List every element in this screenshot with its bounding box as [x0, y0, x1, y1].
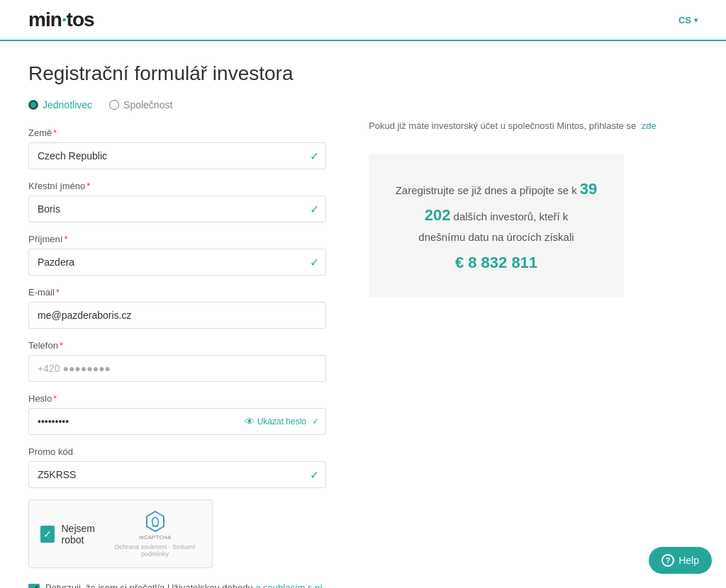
firstname-input-wrap: ✓: [28, 196, 326, 222]
recaptcha-brand: reCAPTCHA: [139, 534, 171, 541]
promo-check-icon: ✓: [310, 468, 319, 482]
captcha-left: ✓ Nejsem robot: [40, 523, 109, 545]
promo-input-wrap: ✓: [28, 461, 326, 488]
help-label: Help: [678, 555, 699, 566]
captcha-check-icon: ✓: [40, 526, 55, 543]
password-check-icon: ✓: [312, 417, 319, 426]
captcha-label: Nejsem robot: [62, 523, 110, 545]
phone-input-wrap: [28, 355, 326, 382]
terms-checkbox[interactable]: [28, 584, 40, 588]
login-link[interactable]: zde: [642, 120, 657, 131]
show-password-label: Ukázat heslo: [257, 417, 306, 426]
promo-line2: dalších investorů, kteří k: [454, 210, 569, 222]
promo-box: Zaregistrujte se již dnes a připojte se …: [369, 154, 624, 298]
radio-company-input[interactable]: [109, 100, 119, 110]
logo: min·tos: [28, 9, 94, 31]
password-input-wrap: 👁 Ukázat heslo ✓: [28, 408, 326, 435]
radio-company[interactable]: Společnost: [109, 99, 172, 111]
country-field-group: Země* ✓: [28, 128, 326, 169]
promo-field-group: Promo kód ✓: [28, 446, 326, 488]
account-type-group: Jednotlivec Společnost: [28, 99, 326, 111]
lastname-field-group: Příjmení* ✓: [28, 234, 326, 276]
promo-line3: dnešnímu datu na úrocích získali: [418, 231, 574, 243]
terms-row: Potvrzuji, že jsem si přečetl/a Uživatel…: [28, 582, 326, 588]
info-column: Pokud již máte investorský účet u společ…: [369, 62, 698, 588]
terms-text: Potvrzuji, že jsem si přečetl/a Uživatel…: [45, 582, 325, 588]
radio-individual-input[interactable]: [28, 100, 38, 110]
country-input-wrap: ✓: [28, 142, 326, 169]
firstname-field-group: Křestní jméno* ✓: [28, 181, 326, 222]
radio-individual-label: Jednotlivec: [43, 99, 92, 111]
captcha-box[interactable]: ✓ Nejsem robot reCAPTCHA Ochrana soukrom…: [28, 499, 213, 568]
login-info: Pokud již máte investorský účet u společ…: [369, 119, 698, 133]
email-label: E-mail*: [28, 287, 326, 298]
language-selector[interactable]: CS ▾: [678, 15, 698, 26]
recaptcha-logo: reCAPTCHA Ochrana soukromí · Smluvní pod…: [109, 510, 201, 558]
radio-individual[interactable]: Jednotlivec: [28, 99, 92, 111]
phone-input[interactable]: [28, 355, 326, 382]
radio-company-label: Společnost: [123, 99, 172, 111]
help-icon: ?: [661, 554, 674, 567]
lastname-input[interactable]: [28, 249, 326, 276]
chevron-down-icon: ▾: [694, 16, 698, 24]
phone-label: Telefon*: [28, 340, 326, 351]
email-field-group: E-mail*: [28, 287, 326, 329]
lastname-input-wrap: ✓: [28, 249, 326, 276]
help-button[interactable]: ? Help: [649, 547, 712, 574]
firstname-input[interactable]: [28, 196, 326, 222]
email-input[interactable]: [28, 302, 326, 329]
country-label: Země*: [28, 128, 326, 138]
promo-label: Promo kód: [28, 446, 326, 457]
captcha-footer: Ochrana soukromí · Smluvní podmínky: [109, 543, 201, 558]
email-input-wrap: [28, 302, 326, 329]
show-password-button[interactable]: 👁 Ukázat heslo ✓: [245, 416, 319, 427]
country-check-icon: ✓: [310, 149, 319, 163]
firstname-check-icon: ✓: [310, 203, 319, 216]
phone-field-group: Telefon*: [28, 340, 326, 382]
lang-label: CS: [678, 15, 691, 26]
form-column: Registrační formulář investora Jednotliv…: [28, 62, 326, 588]
firstname-label: Křestní jméno*: [28, 181, 326, 191]
terms-link[interactable]: a souhlasím s ní.: [255, 582, 325, 588]
promo-line1: Zaregistrujte se již dnes a připojte se …: [396, 184, 577, 196]
password-label: Heslo*: [28, 393, 326, 404]
promo-amount: € 8 832 811: [386, 249, 607, 276]
country-input[interactable]: [28, 142, 326, 169]
lastname-check-icon: ✓: [310, 256, 319, 269]
password-field-group: Heslo* 👁 Ukázat heslo ✓: [28, 393, 326, 435]
promo-input[interactable]: [28, 461, 326, 488]
page-title: Registrační formulář investora: [28, 62, 326, 85]
lastname-label: Příjmení*: [28, 234, 326, 244]
eye-icon: 👁: [245, 416, 255, 427]
